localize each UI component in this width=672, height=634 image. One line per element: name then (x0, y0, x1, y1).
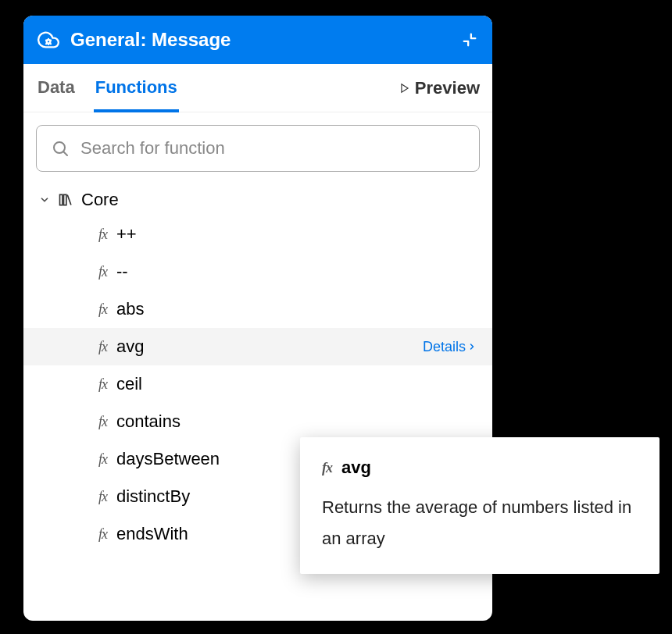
fx-icon: fx (98, 339, 107, 355)
preview-button[interactable]: Preview (399, 78, 480, 98)
svg-rect-5 (64, 194, 66, 205)
tooltip-title: fx avg (322, 458, 638, 478)
tab-bar: Data Functions Preview (23, 64, 492, 112)
fx-icon: fx (322, 460, 332, 476)
chevron-right-icon (467, 342, 477, 351)
search-container (23, 112, 492, 184)
svg-marker-1 (402, 84, 408, 92)
tooltip-description: Returns the average of numbers listed in… (322, 492, 638, 554)
panel-title: General: Message (70, 29, 450, 51)
svg-rect-4 (60, 194, 63, 205)
fn-name: avg (116, 337, 413, 357)
category-core[interactable]: Core (23, 184, 492, 215)
tooltip-fn-name: avg (341, 458, 371, 478)
fx-icon: fx (98, 376, 107, 393)
fx-icon: fx (98, 451, 107, 468)
tab-data[interactable]: Data (36, 65, 77, 112)
search-icon (51, 139, 70, 158)
fx-icon: fx (98, 301, 107, 318)
settings-cloud-icon (38, 29, 59, 51)
fn-name: ++ (116, 224, 477, 244)
function-tooltip: fx avg Returns the average of numbers li… (300, 437, 659, 574)
fx-icon: fx (98, 414, 107, 430)
category-label: Core (81, 190, 119, 210)
fn-row-contains[interactable]: fxcontains (23, 403, 492, 440)
library-icon (58, 192, 73, 208)
fn-row-abs[interactable]: fxabs (23, 290, 492, 328)
fn-row-avg[interactable]: fxavgDetails (23, 328, 492, 365)
svg-line-6 (68, 195, 71, 205)
preview-label: Preview (415, 78, 480, 98)
chevron-down-icon (39, 190, 50, 210)
fx-icon: fx (98, 526, 107, 543)
panel-header: General: Message (23, 16, 492, 64)
search-input[interactable] (80, 138, 465, 158)
svg-line-3 (63, 151, 67, 155)
fn-row-ceil[interactable]: fxceil (23, 365, 492, 403)
fn-row---[interactable]: fx-- (23, 253, 492, 290)
fx-icon: fx (98, 264, 107, 280)
play-icon (399, 83, 410, 94)
details-link[interactable]: Details (423, 339, 477, 355)
search-box[interactable] (36, 125, 480, 172)
fn-row-++[interactable]: fx++ (23, 215, 492, 253)
fn-name: -- (116, 262, 477, 282)
fn-name: contains (116, 411, 477, 432)
fx-icon: fx (98, 226, 107, 243)
fn-name: abs (116, 299, 477, 319)
fn-name: ceil (116, 374, 477, 394)
fx-icon: fx (98, 489, 107, 505)
tab-functions[interactable]: Functions (94, 65, 179, 112)
collapse-icon[interactable] (461, 31, 478, 48)
